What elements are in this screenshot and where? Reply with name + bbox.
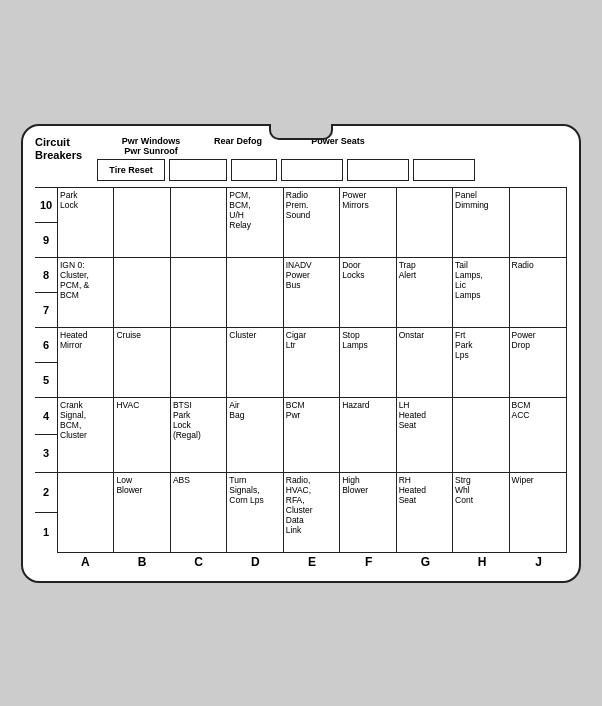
header-boxes: Tire Reset	[97, 159, 567, 181]
header-top-labels: Pwr WindowsPwr Sunroof Rear Defog Power …	[97, 136, 567, 156]
pwr-windows-label: Pwr WindowsPwr Sunroof	[99, 136, 203, 156]
grid-row-10-9: ParkLockPCM,BCM,U/HRelayRadioPrem.SoundP…	[58, 188, 566, 258]
cell-row6-colA: HeatedMirror	[58, 328, 114, 397]
grid-row-8-7: IGN 0:Cluster,PCM, &BCMINADVPowerBusDoor…	[58, 258, 566, 328]
col-label-G: G	[397, 555, 454, 569]
cell-row8-colA: IGN 0:Cluster,PCM, &BCM	[58, 258, 114, 327]
cell-row10-colG	[397, 188, 453, 257]
cell-row4-colD: AirBag	[227, 398, 283, 472]
col-label-E: E	[284, 555, 341, 569]
cell-row4-colH	[453, 398, 509, 472]
pwr-sunroof-box2	[231, 159, 277, 181]
header: CircuitBreakers Pwr WindowsPwr Sunroof R…	[35, 136, 567, 181]
row-num-5: 5	[35, 362, 57, 397]
row-num-8: 8	[35, 257, 57, 292]
circuit-breakers-label: CircuitBreakers	[35, 136, 93, 162]
cell-row10-colA: ParkLock	[58, 188, 114, 257]
tire-reset-box: Tire Reset	[97, 159, 165, 181]
power-seats-label: Power Seats	[273, 136, 403, 156]
cell-row10-colE: RadioPrem.Sound	[284, 188, 340, 257]
cell-row8-colB	[114, 258, 170, 327]
fuse-box: CircuitBreakers Pwr WindowsPwr Sunroof R…	[21, 124, 581, 583]
cell-row10-colF: PowerMirrors	[340, 188, 396, 257]
cell-row10-colJ	[510, 188, 566, 257]
col-label-A: A	[57, 555, 114, 569]
cell-row6-colJ: PowerDrop	[510, 328, 566, 397]
main-grid: 10987654321 ParkLockPCM,BCM,U/HRelayRadi…	[35, 187, 567, 553]
row-numbers: 10987654321	[35, 187, 57, 553]
cell-row4-colA: CrankSignal,BCM,Cluster	[58, 398, 114, 472]
cell-row2-colF: HighBlower	[340, 473, 396, 552]
cell-row6-colD: Cluster	[227, 328, 283, 397]
header-inputs: Pwr WindowsPwr Sunroof Rear Defog Power …	[97, 136, 567, 181]
cell-row4-colB: HVAC	[114, 398, 170, 472]
row-num-7: 7	[35, 292, 57, 327]
cell-row8-colG: TrapAlert	[397, 258, 453, 327]
rear-defog-box	[281, 159, 343, 181]
cell-row2-colG: RHHeatedSeat	[397, 473, 453, 552]
row-num-2: 2	[35, 472, 57, 512]
cell-row8-colH: TailLamps,LicLamps	[453, 258, 509, 327]
cell-row6-colF: StopLamps	[340, 328, 396, 397]
grid-row-2-1: LowBlowerABSTurnSignals,Corn LpsRadio,HV…	[58, 473, 566, 553]
tire-reset-label: Tire Reset	[109, 165, 152, 175]
cell-row2-colE: Radio,HVAC,RFA,ClusterDataLink	[284, 473, 340, 552]
cell-row2-colD: TurnSignals,Corn Lps	[227, 473, 283, 552]
cell-row6-colE: CigarLtr	[284, 328, 340, 397]
row-num-10: 10	[35, 187, 57, 222]
col-label-B: B	[114, 555, 171, 569]
cell-row8-colE: INADVPowerBus	[284, 258, 340, 327]
row-num-3: 3	[35, 434, 57, 472]
cell-row10-colC	[171, 188, 227, 257]
row-num-1: 1	[35, 512, 57, 552]
power-seat-box1	[347, 159, 409, 181]
cell-row2-colJ: Wiper	[510, 473, 566, 552]
row-num-4: 4	[35, 397, 57, 435]
cell-row6-colB: Cruise	[114, 328, 170, 397]
grid-area: ParkLockPCM,BCM,U/HRelayRadioPrem.SoundP…	[57, 187, 567, 553]
power-seat-box2	[413, 159, 475, 181]
cell-row6-colG: Onstar	[397, 328, 453, 397]
cell-row8-colJ: Radio	[510, 258, 566, 327]
row-num-9: 9	[35, 222, 57, 257]
grid-row-6-5: HeatedMirrorCruiseClusterCigarLtrStopLam…	[58, 328, 566, 398]
col-label-D: D	[227, 555, 284, 569]
cell-row4-colG: LHHeatedSeat	[397, 398, 453, 472]
cell-row8-colF: DoorLocks	[340, 258, 396, 327]
cell-row6-colH: FrtParkLps	[453, 328, 509, 397]
cell-row8-colD	[227, 258, 283, 327]
cell-row4-colJ: BCMACC	[510, 398, 566, 472]
cell-row2-colH: StrgWhlCont	[453, 473, 509, 552]
column-labels: ABCDEFGHJ	[35, 555, 567, 569]
cell-row10-colB	[114, 188, 170, 257]
cell-row4-colF: Hazard	[340, 398, 396, 472]
grid-row-4-3: CrankSignal,BCM,ClusterHVACBTSIParkLock(…	[58, 398, 566, 473]
cell-row6-colC	[171, 328, 227, 397]
cell-row2-colA	[58, 473, 114, 552]
cell-row4-colC: BTSIParkLock(Regal)	[171, 398, 227, 472]
cell-row2-colC: ABS	[171, 473, 227, 552]
rear-defog-label: Rear Defog	[207, 136, 269, 156]
col-label-J: J	[510, 555, 567, 569]
pwr-sunroof-box1	[169, 159, 227, 181]
cell-row2-colB: LowBlower	[114, 473, 170, 552]
col-label-F: F	[340, 555, 397, 569]
cell-row10-colD: PCM,BCM,U/HRelay	[227, 188, 283, 257]
col-label-H: H	[454, 555, 511, 569]
cell-row4-colE: BCMPwr	[284, 398, 340, 472]
row-num-6: 6	[35, 327, 57, 362]
col-label-C: C	[170, 555, 227, 569]
cell-row10-colH: PanelDimming	[453, 188, 509, 257]
cell-row8-colC	[171, 258, 227, 327]
